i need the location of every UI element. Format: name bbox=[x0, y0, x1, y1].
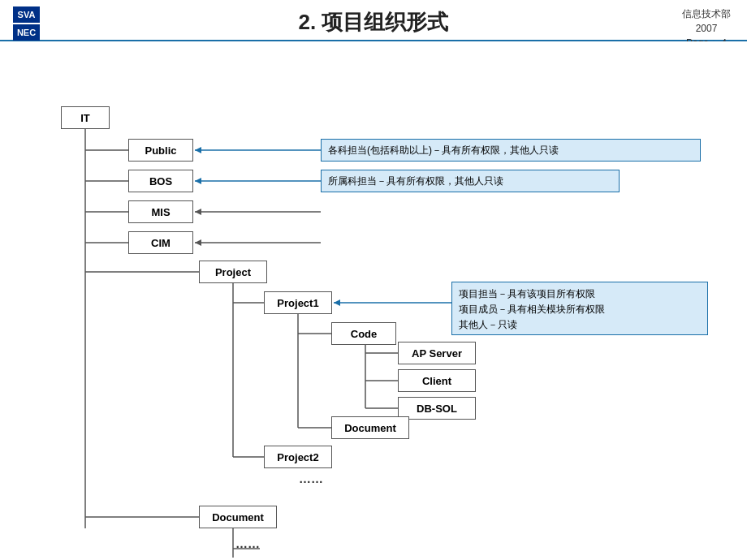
box-project2: Project2 bbox=[264, 446, 332, 468]
logo: SVA NEC bbox=[13, 6, 70, 42]
box-dbsol: DB-SOL bbox=[398, 397, 476, 420]
box-document-outer: Document bbox=[199, 506, 277, 528]
box-client: Client bbox=[398, 369, 476, 392]
svg-marker-24 bbox=[195, 178, 201, 184]
box-code: Code bbox=[331, 322, 396, 345]
box-mis: MIS bbox=[128, 200, 193, 223]
annotation-bos: 所属科担当－具有所有权限，其他人只读 bbox=[321, 170, 620, 192]
year-label: 2007 bbox=[682, 21, 731, 36]
box-document-inner: Document bbox=[331, 416, 409, 439]
page-title: 2. 项目组织形式 bbox=[299, 8, 449, 37]
box-it: IT bbox=[61, 106, 110, 129]
svg-marker-30 bbox=[334, 299, 340, 306]
svg-marker-28 bbox=[195, 239, 201, 246]
svg-text:SVA: SVA bbox=[18, 10, 36, 19]
content-area: IT Public BOS MIS CIM Project Project1 C… bbox=[0, 41, 747, 558]
box-project1: Project1 bbox=[264, 291, 332, 314]
svg-text:NEC: NEC bbox=[17, 28, 36, 37]
svg-marker-26 bbox=[195, 209, 201, 215]
box-project: Project bbox=[199, 261, 267, 283]
box-apserver: AP Server bbox=[398, 342, 476, 364]
svg-marker-22 bbox=[195, 147, 201, 153]
ellipsis-project: …… bbox=[299, 472, 323, 485]
annotation-public: 各科担当(包括科助以上)－具有所有权限，其他人只读 bbox=[321, 139, 701, 162]
project1-note-line1: 项目担当－具有该项目所有权限 bbox=[459, 286, 595, 302]
annotation-project1: 项目担当－具有该项目所有权限 项目成员－具有相关模块所有权限 其他人－只读 bbox=[451, 282, 708, 335]
dept-label: 信息技术部 bbox=[682, 6, 731, 21]
project1-note-line2: 项目成员－具有相关模块所有权限 bbox=[459, 302, 605, 317]
ellipsis-doc1: …… bbox=[235, 536, 260, 550]
box-bos: BOS bbox=[128, 170, 193, 192]
project1-note-line3: 其他人－只读 bbox=[459, 317, 517, 333]
header: SVA NEC 2. 项目组织形式 信息技术部 2007 Page： 4 bbox=[0, 0, 747, 41]
box-public: Public bbox=[128, 139, 193, 162]
box-cim: CIM bbox=[128, 231, 193, 254]
